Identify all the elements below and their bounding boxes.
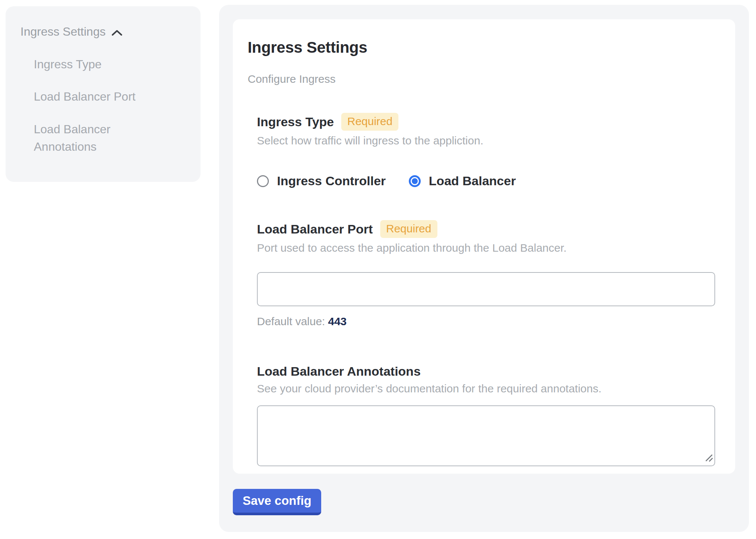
lb-port-label: Load Balancer Port (257, 222, 373, 236)
lb-annotations-label: Load Balancer Annotations (257, 364, 421, 379)
sidebar-group-label: Ingress Settings (20, 25, 105, 39)
required-badge: Required (341, 113, 398, 131)
chevron-up-icon (111, 29, 123, 36)
default-value-label: Default value: (257, 315, 325, 327)
required-badge: Required (380, 220, 437, 238)
load-balancer-port-input[interactable] (257, 272, 715, 306)
section-load-balancer-annotations: Load Balancer Annotations See your cloud… (257, 364, 715, 466)
sidebar-item-load-balancer-annotations[interactable]: Load Balancer Annotations (34, 121, 156, 156)
sidebar-group-ingress-settings[interactable]: Ingress Settings (20, 25, 193, 39)
save-config-button[interactable]: Save config (233, 489, 321, 515)
settings-sidebar: Ingress Settings Ingress Type Load Balan… (6, 6, 201, 182)
sidebar-item-list: Ingress Type Load Balancer Port Load Bal… (34, 56, 156, 156)
section-load-balancer-port: Load Balancer Port Required Port used to… (257, 220, 715, 328)
radio-option-ingress-controller[interactable]: Ingress Controller (257, 174, 386, 188)
ingress-type-label: Ingress Type (257, 115, 334, 129)
lb-port-description: Port used to access the application thro… (257, 242, 715, 254)
ingress-type-description: Select how traffic will ingress to the a… (257, 134, 715, 147)
radio-option-load-balancer[interactable]: Load Balancer (409, 174, 516, 188)
main-panel: Ingress Settings Configure Ingress Ingre… (219, 5, 749, 532)
ingress-settings-card: Ingress Settings Configure Ingress Ingre… (233, 19, 735, 474)
load-balancer-annotations-textarea[interactable] (257, 405, 715, 466)
radio-checked-icon[interactable] (409, 175, 421, 187)
page-subtitle: Configure Ingress (248, 73, 715, 85)
default-value-row: Default value:443 (257, 315, 715, 328)
sidebar-item-load-balancer-port[interactable]: Load Balancer Port (34, 88, 156, 105)
radio-unchecked-icon[interactable] (257, 175, 269, 187)
default-value: 443 (328, 315, 346, 327)
section-ingress-type: Ingress Type Required Select how traffic… (257, 113, 715, 188)
page-title: Ingress Settings (248, 39, 715, 56)
lb-annotations-description: See your cloud provider’s documentation … (257, 382, 715, 395)
ingress-type-radio-group: Ingress Controller Load Balancer (257, 174, 715, 188)
sidebar-item-ingress-type[interactable]: Ingress Type (34, 56, 156, 73)
